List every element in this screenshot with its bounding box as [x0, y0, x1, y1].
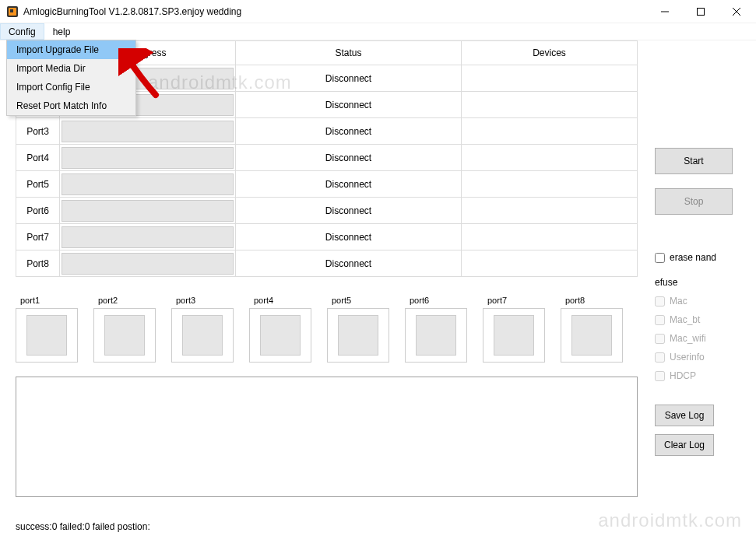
devices-cell [462, 171, 638, 198]
thumb-inner [571, 315, 612, 356]
userinfo-input [655, 352, 665, 363]
config-dropdown: Import Upgrade File Import Media Dir Imp… [6, 40, 136, 116]
thumb-box [561, 308, 623, 363]
dropdown-import-media[interactable]: Import Media Dir [7, 59, 135, 78]
table-row[interactable]: Port4 Disconnect [16, 145, 638, 171]
thumb-box [93, 308, 156, 363]
devices-cell [462, 224, 638, 250]
progress-bar [62, 226, 234, 248]
thumb-box [483, 308, 545, 363]
table-row[interactable]: Port5 Disconnect [16, 171, 638, 198]
titlebar: AmlogicBurningTool V1.2.8.0817.SP3.enjoy… [0, 0, 756, 23]
save-log-button[interactable]: Save Log [655, 405, 714, 426]
thumb-inner [260, 315, 301, 356]
thumb-label: port1 [16, 296, 78, 305]
mac-checkbox[interactable]: Mac [655, 296, 740, 307]
status-cell: Disconnect [236, 198, 462, 224]
status-cell: Disconnect [236, 92, 462, 118]
status-cell: Disconnect [236, 224, 462, 250]
table-row[interactable]: Port8 Disconnect [16, 250, 638, 277]
progress-cell [60, 224, 236, 250]
window-title: AmlogicBurningTool V1.2.8.0817.SP3.enjoy… [23, 6, 241, 17]
status-cell: Disconnect [236, 171, 462, 198]
mac-bt-input [655, 315, 665, 325]
thumb-box [327, 308, 389, 363]
erase-nand-input[interactable] [655, 253, 665, 263]
devices-cell [462, 118, 638, 145]
thumb-label: port3 [171, 296, 234, 305]
status-cell: Disconnect [236, 118, 462, 145]
minimize-button[interactable] [647, 0, 683, 23]
thumb-label: port6 [405, 296, 467, 305]
progress-bar [62, 121, 234, 142]
port-thumbnails: port1 port2 port3 port4 port5 port6 port… [16, 296, 638, 363]
devices-cell [462, 92, 638, 118]
table-row[interactable]: Port3 Disconnect [16, 118, 638, 145]
stop-button[interactable]: Stop [655, 188, 733, 215]
status-bar: success:0 failed:0 failed postion: [0, 519, 756, 536]
port-cell: Port7 [16, 224, 60, 250]
log-textarea[interactable] [16, 377, 638, 497]
port-thumbnail: port5 [327, 296, 389, 363]
thumb-label: port2 [93, 296, 156, 305]
port-cell: Port3 [16, 118, 60, 145]
thumb-inner [26, 315, 67, 356]
close-button[interactable] [719, 0, 754, 23]
status-cell: Disconnect [236, 65, 462, 92]
userinfo-checkbox[interactable]: Userinfo [655, 352, 740, 363]
start-button[interactable]: Start [655, 148, 733, 174]
status-cell: Disconnect [236, 145, 462, 171]
thumb-label: port5 [327, 296, 389, 305]
svg-rect-4 [698, 8, 705, 15]
menu-help[interactable]: help [44, 23, 79, 40]
thumb-inner [338, 315, 378, 356]
thumb-inner [494, 315, 534, 356]
mac-bt-checkbox[interactable]: Mac_bt [655, 314, 740, 325]
thumb-inner [182, 315, 223, 356]
progress-cell [60, 198, 236, 224]
port-thumbnail: port7 [483, 296, 545, 363]
thumb-box [171, 308, 234, 363]
table-row[interactable]: Port7 Disconnect [16, 224, 638, 250]
port-thumbnail: port1 [16, 296, 78, 363]
dropdown-import-config[interactable]: Import Config File [7, 78, 135, 96]
port-thumbnail: port2 [93, 296, 156, 363]
progress-cell [60, 145, 236, 171]
maximize-button[interactable] [683, 0, 719, 23]
clear-log-button[interactable]: Clear Log [655, 434, 714, 456]
port-thumbnail: port4 [249, 296, 311, 363]
devices-cell [462, 145, 638, 171]
progress-bar [62, 147, 234, 169]
thumb-inner [416, 315, 456, 356]
progress-cell [60, 171, 236, 198]
port-cell: Port8 [16, 250, 60, 277]
thumb-box [16, 308, 78, 363]
mac-wifi-input [655, 334, 665, 344]
thumb-label: port4 [249, 296, 311, 305]
table-row[interactable]: Port6 Disconnect [16, 198, 638, 224]
hdcp-input [655, 371, 665, 381]
port-thumbnail: port8 [561, 296, 623, 363]
thumb-box [249, 308, 311, 363]
menubar: Config help [0, 23, 756, 40]
devices-cell [462, 65, 638, 92]
th-status[interactable]: Status [236, 41, 462, 65]
svg-rect-2 [10, 9, 13, 12]
erase-nand-checkbox[interactable]: erase nand [655, 252, 740, 263]
thumb-label: port8 [561, 296, 623, 305]
mac-input [655, 296, 665, 307]
progress-cell [60, 118, 236, 145]
efuse-group-label: efuse [655, 277, 740, 288]
port-cell: Port4 [16, 145, 60, 171]
dropdown-import-upgrade[interactable]: Import Upgrade File [7, 40, 135, 59]
app-icon [6, 5, 19, 18]
dropdown-reset-port[interactable]: Reset Port Match Info [7, 96, 135, 115]
mac-wifi-checkbox[interactable]: Mac_wifi [655, 333, 740, 344]
hdcp-checkbox[interactable]: HDCP [655, 370, 740, 381]
port-cell: Port6 [16, 198, 60, 224]
menu-config[interactable]: Config [0, 23, 44, 40]
progress-bar [62, 253, 234, 275]
status-cell: Disconnect [236, 250, 462, 277]
thumb-inner [104, 315, 145, 356]
th-devices[interactable]: Devices [462, 41, 638, 65]
